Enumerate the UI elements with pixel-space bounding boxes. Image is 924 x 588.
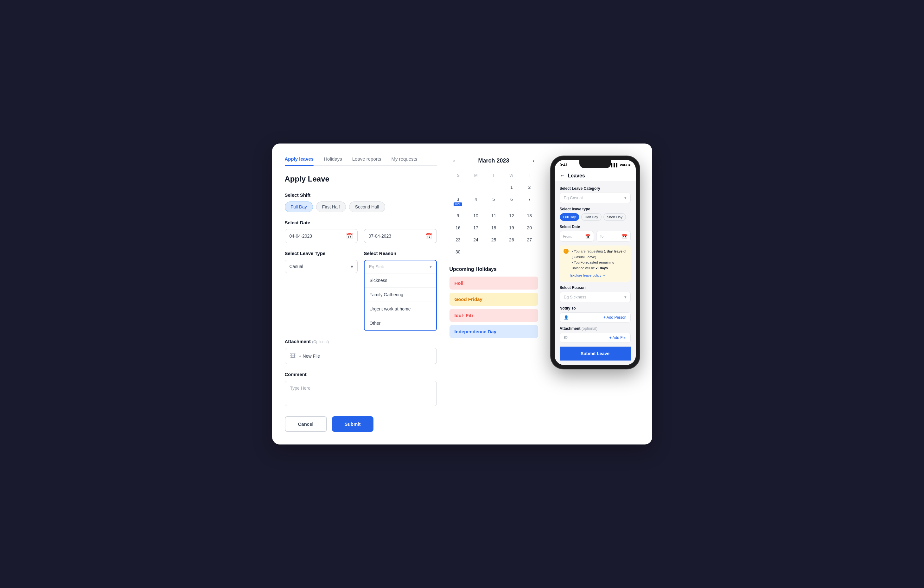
holiday-independence: Independence Day xyxy=(449,325,538,338)
reason-label: Select Reason xyxy=(364,251,437,256)
cal-cell[interactable] xyxy=(467,182,484,193)
tab-my-requests[interactable]: My requests xyxy=(391,156,417,165)
cal-cell-2[interactable]: 2 xyxy=(521,182,538,193)
mobile-category-label: Select Leave Category xyxy=(560,186,631,191)
cal-cell-27[interactable]: 27 xyxy=(521,234,538,246)
date-from-value: 04-04-2023 xyxy=(290,233,312,239)
cal-cell-12[interactable]: 12 xyxy=(503,210,520,221)
mobile-date-from-text: From: xyxy=(563,235,573,238)
reason-arrow-icon: ▾ xyxy=(429,264,432,269)
calendar-body: 1 2 3 HOL 4 5 6 7 9 10 11 12 13 16 17 xyxy=(449,182,538,258)
attachment-optional: (Optional) xyxy=(312,340,329,344)
calendar-next-button[interactable]: › xyxy=(530,156,537,165)
cal-cell-9[interactable]: 9 xyxy=(449,210,467,221)
page-title: Apply Leave xyxy=(285,175,437,183)
upcoming-title: Upcoming Holidays xyxy=(449,266,538,272)
mobile-date-label: Select Date xyxy=(560,225,631,229)
cal-cell-11[interactable]: 11 xyxy=(485,210,502,221)
leave-type-group: Select Leave Type Casual ▾ xyxy=(285,251,358,273)
shift-full-day[interactable]: Full Day xyxy=(285,202,313,212)
cal-cell xyxy=(467,246,484,258)
mobile-shift-short-day[interactable]: Short Day xyxy=(604,213,626,221)
date-to-input[interactable]: 07-04-2023 📅 xyxy=(364,229,437,243)
reason-dropdown[interactable]: Eg Sick ▾ Sickness Family Gathering Urge… xyxy=(364,260,437,331)
add-person-button[interactable]: + Add Person xyxy=(604,315,626,320)
submit-button[interactable]: Submit xyxy=(332,416,373,432)
reason-family[interactable]: Family Gathering xyxy=(365,287,436,302)
attachment-section: Attachment (Optional) 🖼 + New File xyxy=(285,339,437,364)
shift-first-half[interactable]: First Half xyxy=(316,202,346,212)
mobile-attachment-label: Attachment (optional) xyxy=(560,326,631,331)
mobile-date-from[interactable]: From: 📅 xyxy=(560,231,594,242)
cal-cell-4[interactable]: 4 xyxy=(467,193,484,210)
cal-cell xyxy=(485,246,502,258)
mobile-page-title: Leaves xyxy=(568,173,585,179)
calendar-from-icon[interactable]: 📅 xyxy=(346,233,353,239)
cal-cell-16[interactable]: 16 xyxy=(449,222,467,233)
attachment-box[interactable]: 🖼 + New File xyxy=(285,348,437,364)
calendar-to-icon[interactable]: 📅 xyxy=(425,233,432,239)
mobile-cal-to-icon[interactable]: 📅 xyxy=(622,234,627,239)
mobile-submit-button[interactable]: Submit Leave xyxy=(560,347,631,360)
mobile-shift-full-day[interactable]: Full Day xyxy=(560,213,579,221)
mobile-attach-box[interactable]: 🖼 + Add File xyxy=(560,333,631,343)
cal-cell[interactable] xyxy=(485,182,502,193)
cal-cell-19[interactable]: 19 xyxy=(503,222,520,233)
mobile-reason-select[interactable]: Eg Sickness ▾ xyxy=(560,292,631,302)
reason-other[interactable]: Other xyxy=(365,316,436,330)
cal-cell-3-hol[interactable]: 3 HOL xyxy=(449,193,467,210)
shift-buttons: Full Day First Half Second Half xyxy=(285,202,437,212)
calendar-prev-button[interactable]: ‹ xyxy=(451,156,458,165)
tab-holidays[interactable]: Holidays xyxy=(324,156,342,165)
holiday-good-friday: Good Friday xyxy=(449,293,538,306)
reason-sickness[interactable]: Sickness xyxy=(365,273,436,287)
shift-second-half[interactable]: Second Half xyxy=(349,202,385,212)
explore-link[interactable]: Explore leave policy → xyxy=(571,273,606,277)
add-file-button[interactable]: + Add File xyxy=(609,335,627,340)
mobile-notify-box[interactable]: 👤 + Add Person xyxy=(560,312,631,322)
mobile-shift-half-day[interactable]: Half Day xyxy=(581,213,602,221)
cal-cell-26[interactable]: 26 xyxy=(503,234,520,246)
cal-cell-1[interactable]: 1 xyxy=(503,182,520,193)
cal-cell-23[interactable]: 23 xyxy=(449,234,467,246)
date-from-input[interactable]: 04-04-2023 📅 xyxy=(285,229,358,243)
mobile-cal-from-icon[interactable]: 📅 xyxy=(585,234,591,239)
mobile-attach-optional: (optional) xyxy=(582,326,597,331)
cancel-button[interactable]: Cancel xyxy=(285,416,327,432)
battery-icon: ■ xyxy=(629,163,631,167)
mobile-info-bold2: -1 days xyxy=(596,266,608,270)
mobile-back-button[interactable]: ← xyxy=(560,172,566,179)
cal-cell-18[interactable]: 18 xyxy=(485,222,502,233)
app-container: Apply leaves Holidays Leave reports My r… xyxy=(272,144,652,444)
mobile-reason-placeholder: Eg Sickness xyxy=(564,295,587,299)
cal-cell-6[interactable]: 6 xyxy=(503,193,520,210)
cal-cell-30[interactable]: 30 xyxy=(449,246,467,258)
cal-cell[interactable] xyxy=(449,182,467,193)
cal-cell-13[interactable]: 13 xyxy=(521,210,538,221)
mobile-notify-section: Notify To 👤 + Add Person xyxy=(560,306,631,322)
tab-leave-reports[interactable]: Leave reports xyxy=(352,156,381,165)
cal-cell-25[interactable]: 25 xyxy=(485,234,502,246)
mobile-info-bold1: 1 day leave xyxy=(604,249,622,253)
cal-cell-24[interactable]: 24 xyxy=(467,234,484,246)
cal-cell-5[interactable]: 5 xyxy=(485,193,502,210)
cal-cell-10[interactable]: 10 xyxy=(467,210,484,221)
mobile-date-to[interactable]: To: 📅 xyxy=(596,231,631,242)
leave-type-select[interactable]: Casual xyxy=(285,260,358,273)
comment-input[interactable]: Type Here xyxy=(285,381,437,406)
cal-cell-7[interactable]: 7 xyxy=(521,193,538,210)
leave-type-label: Select Leave Type xyxy=(285,251,358,256)
mobile-shift-row: Full Day Half Day Short Day xyxy=(560,213,631,221)
signal-icon: ▌▌▌ xyxy=(611,163,618,167)
cal-cell-17[interactable]: 17 xyxy=(467,222,484,233)
shift-label: Select Shift xyxy=(285,192,437,198)
reason-list: Sickness Family Gathering Urgent work at… xyxy=(365,273,436,330)
mobile-category-select[interactable]: Eg Casual ▾ xyxy=(560,193,631,203)
tab-apply-leaves[interactable]: Apply leaves xyxy=(285,156,314,165)
reason-urgent[interactable]: Urgent work at home xyxy=(365,302,436,316)
day-label-t2: T xyxy=(520,172,538,179)
reason-header[interactable]: Eg Sick ▾ xyxy=(365,261,436,273)
day-label-m: M xyxy=(467,172,485,179)
mobile-attach-icon: 🖼 xyxy=(564,335,568,340)
cal-cell-20[interactable]: 20 xyxy=(521,222,538,233)
